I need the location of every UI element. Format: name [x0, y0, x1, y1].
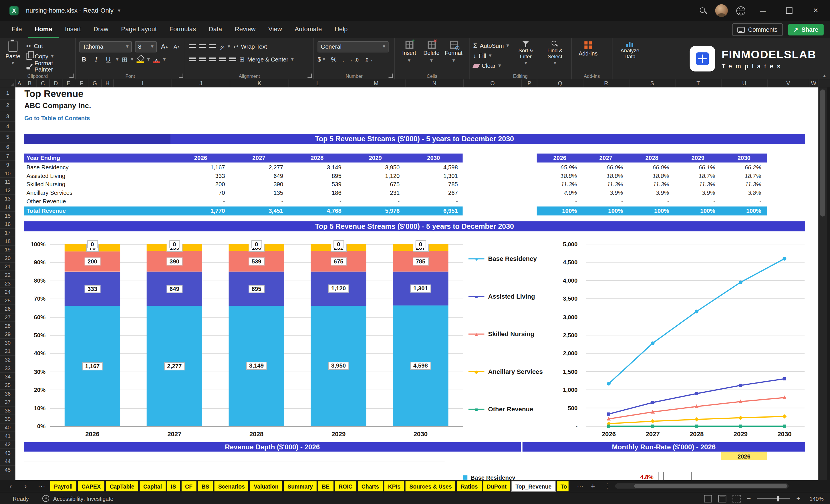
dialog-launcher-icon[interactable] [388, 73, 393, 78]
sheet-tab-charts[interactable]: Charts [358, 481, 383, 491]
sheet-canvas[interactable]: Top Revenue ABC Company Inc. Go to Table… [15, 87, 818, 480]
year-header-2027[interactable]: 2027 [230, 154, 288, 162]
grow-font-button[interactable] [160, 41, 169, 52]
pct-cell[interactable]: 18.8% [537, 171, 583, 180]
menu-tab-automate[interactable]: Automate [288, 21, 328, 38]
value-cell[interactable]: 2,277 [230, 163, 288, 171]
menu-tab-help[interactable]: Help [328, 21, 354, 38]
sheet-tab-cf[interactable]: CF [181, 481, 196, 491]
row-header-28[interactable]: 28 [0, 322, 15, 330]
value-cell[interactable]: 70 [171, 189, 230, 197]
column-header-E[interactable]: E [62, 80, 75, 88]
pct-cell[interactable]: 18.7% [675, 171, 721, 180]
maximize-button[interactable] [780, 0, 798, 21]
row-header-36[interactable]: 36 [0, 389, 15, 398]
row-label[interactable]: Assisted Living [24, 171, 171, 180]
value-cell[interactable]: 200 [171, 180, 230, 189]
currency-format-button[interactable] [317, 56, 321, 62]
year-header-2028[interactable]: 2028 [629, 154, 675, 162]
row-header-4[interactable]: 4 [0, 122, 15, 132]
pct-cell[interactable]: 11.3% [675, 180, 721, 189]
legend-item-other-revenue[interactable]: ■Other Revenue [469, 406, 533, 413]
comments-button[interactable]: Comments [732, 23, 783, 36]
column-header-S[interactable]: S [630, 80, 676, 88]
analyze-data-button[interactable]: Analyze Data [616, 41, 643, 60]
sheet-tab-valuation[interactable]: Valuation [250, 481, 282, 491]
format-painter-button[interactable]: Format Painter [26, 62, 71, 71]
stacked-bar-2027[interactable]: 2,2776493901350 [147, 244, 202, 426]
sheet-tab-top-revenue[interactable]: Top_Revenue [512, 481, 555, 491]
percent-format-button[interactable] [331, 56, 337, 62]
value-cell[interactable]: 675 [346, 180, 405, 189]
orientation-button[interactable] [219, 42, 225, 51]
value-cell[interactable]: 1,301 [405, 171, 463, 180]
page-layout-view-icon[interactable] [718, 495, 726, 502]
column-header-J[interactable]: J [172, 80, 230, 88]
menu-tab-review[interactable]: Review [228, 21, 262, 38]
value-cell[interactable]: - [288, 197, 346, 206]
total-pct-cell[interactable]: 100% [583, 207, 629, 215]
menu-tab-data[interactable]: Data [202, 21, 228, 38]
insert-cells-button[interactable]: Insert [399, 41, 420, 63]
row-label[interactable]: Skilled Nursing [24, 180, 171, 189]
row-header-45[interactable]: 45 [0, 466, 15, 475]
align-top-button[interactable] [189, 44, 196, 50]
column-header-D[interactable]: D [50, 80, 62, 88]
add-sheet-button[interactable] [590, 480, 595, 492]
year-header-2029[interactable]: 2029 [346, 154, 405, 162]
pct-cell[interactable]: 66.0% [629, 163, 675, 171]
fill-button[interactable]: Fill [473, 52, 509, 60]
column-header-C[interactable]: C [37, 80, 50, 88]
row-header-7[interactable]: 7 [0, 152, 15, 161]
row-header-44[interactable]: 44 [0, 458, 15, 466]
cut-button[interactable]: Cut [26, 42, 71, 50]
row-header-40[interactable]: 40 [0, 423, 15, 432]
row-header-33[interactable]: 33 [0, 364, 15, 373]
row-header-18[interactable]: 18 [0, 237, 15, 246]
row-header-41[interactable]: 41 [0, 432, 15, 441]
line-series-base-residency[interactable] [609, 259, 784, 384]
value-cell[interactable]: - [346, 197, 405, 206]
font-size-select[interactable]: 8 [135, 41, 157, 52]
total-label[interactable]: Total Revenue [24, 207, 171, 215]
column-header-N[interactable]: N [406, 80, 464, 88]
menu-tab-page-layout[interactable]: Page Layout [115, 21, 163, 38]
zoom-slider[interactable] [757, 498, 790, 499]
row-header-34[interactable]: 34 [0, 373, 15, 381]
zoom-in-button[interactable] [796, 495, 800, 503]
row-header-39[interactable]: 39 [0, 415, 15, 423]
column-header-M[interactable]: M [347, 80, 406, 88]
column-header-A[interactable]: A [16, 80, 24, 88]
paste-button[interactable]: Paste [4, 41, 22, 71]
globe-icon[interactable] [736, 6, 745, 15]
row-header-5[interactable]: 5 [0, 132, 15, 143]
row-header-16[interactable]: 16 [0, 220, 15, 229]
row-header-37[interactable]: 37 [0, 398, 15, 407]
dialog-launcher-icon[interactable] [69, 73, 73, 78]
fill-color-button[interactable] [136, 56, 144, 63]
row-header-14[interactable]: 14 [0, 203, 15, 212]
line-series-skilled-nursing[interactable] [609, 398, 784, 419]
sheet-tab-summary[interactable]: Summary [284, 481, 316, 491]
pct-cell[interactable]: 11.3% [629, 180, 675, 189]
pct-cell[interactable]: 65.9% [537, 163, 583, 171]
line-chart-svg[interactable] [582, 241, 809, 433]
total-pct-cell[interactable]: 100% [629, 207, 675, 215]
pct-cell[interactable]: 18.8% [629, 171, 675, 180]
pct-cell[interactable]: 66.1% [675, 163, 721, 171]
decrease-decimal-button[interactable] [364, 56, 373, 62]
more-sheets-left-icon[interactable] [38, 480, 45, 492]
delete-cells-button[interactable]: Delete [421, 41, 442, 63]
legend-item-skilled-nursing[interactable]: ▲Skilled Nursing [469, 330, 534, 338]
zoom-level[interactable]: 140% [807, 495, 824, 501]
value-cell[interactable]: 231 [346, 189, 405, 197]
wrap-text-button[interactable]: Wrap Text [233, 42, 267, 51]
more-sheets-icon[interactable] [577, 480, 583, 492]
year-header-2028[interactable]: 2028 [288, 154, 346, 162]
zoom-slider-thumb[interactable] [777, 496, 779, 501]
search-icon[interactable] [700, 7, 707, 14]
italic-button[interactable] [92, 54, 100, 64]
row-header-32[interactable]: 32 [0, 356, 15, 365]
underline-button[interactable] [104, 54, 113, 64]
sheet-tab-scenarios[interactable]: Scenarios [215, 481, 249, 491]
